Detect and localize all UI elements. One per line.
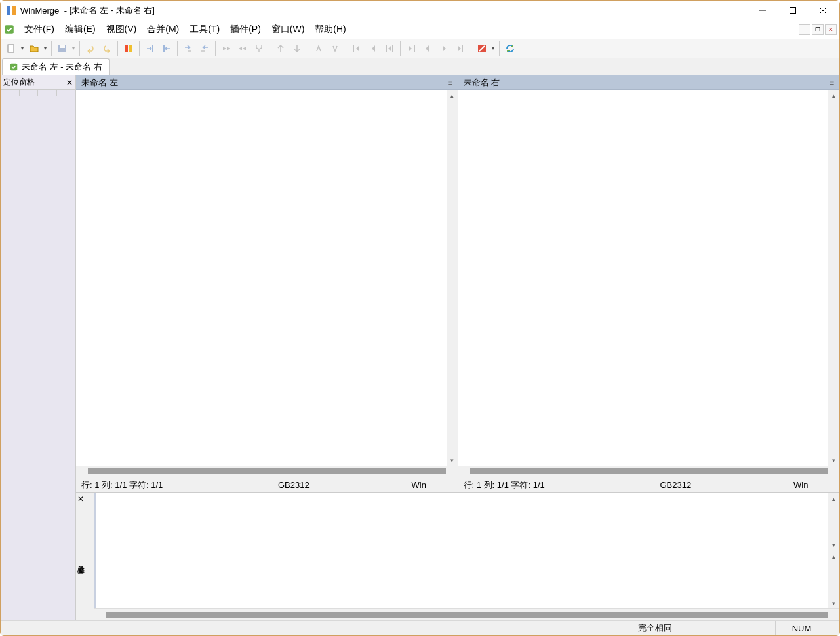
left-status-encoding[interactable]: GB2312 (273, 480, 371, 490)
left-hscroll[interactable] (76, 466, 458, 477)
menu-window[interactable]: 窗口(W) (266, 22, 310, 37)
status-msg (1, 621, 250, 635)
left-file-pane: 未命名 左 ≡ ▴▾ 行: 1 列: 1/1 字符: 1/1 GB2312 Wi… (76, 75, 458, 492)
mdi-doc-icon (3, 24, 15, 35)
save-button[interactable] (54, 41, 77, 56)
document-tab[interactable]: 未命名 左 - 未命名 右 (2, 58, 110, 75)
menu-edit[interactable]: 编辑(E) (60, 22, 101, 37)
minimize-button[interactable] (748, 1, 778, 20)
doctab-bar: 未命名 左 - 未命名 右 (1, 58, 839, 75)
go-prev-diff-button[interactable] (365, 41, 381, 56)
svg-rect-3 (790, 8, 796, 14)
redo-button[interactable] (99, 41, 115, 56)
right-hscroll[interactable] (458, 466, 840, 477)
right-status-encoding[interactable]: GB2312 (655, 480, 753, 490)
left-status-eol[interactable]: Win (407, 480, 446, 490)
maximize-button[interactable] (778, 1, 808, 20)
copy-right-advance-button[interactable] (180, 41, 196, 56)
prev-diff-button[interactable] (273, 41, 289, 56)
mdi-restore-button[interactable]: ❐ (812, 24, 824, 35)
undo-button[interactable] (83, 41, 98, 56)
prev-conflict-button[interactable] (311, 41, 327, 56)
mdi-close-button[interactable]: ✕ (825, 24, 837, 35)
left-editor[interactable] (76, 90, 458, 466)
go-left-button[interactable] (420, 41, 435, 56)
title-doc: - (62, 6, 70, 16)
copy-left-button[interactable] (159, 41, 174, 56)
right-status-position: 行: 1 列: 1/1 字符: 1/1 (458, 479, 655, 491)
right-editor[interactable] (458, 90, 840, 466)
left-file-title: 未命名 左 (81, 77, 118, 89)
doctab-label: 未命名 左 - 未命名 右 (22, 61, 102, 73)
first-diff-button[interactable] (349, 41, 365, 56)
right-file-title: 未命名 右 (464, 77, 500, 89)
right-status-eol[interactable]: Win (788, 480, 828, 490)
main-area: 定位窗格 ✕ 未命名 左 ≡ ▴▾ (1, 75, 839, 620)
close-button[interactable] (808, 1, 838, 20)
location-pane-marks (1, 90, 75, 96)
diff-settings-button[interactable] (121, 41, 136, 56)
status-num: NUM (775, 621, 828, 635)
location-pane-title: 定位窗格 (3, 77, 35, 88)
mdi-minimize-button[interactable]: – (799, 24, 810, 35)
open-button[interactable] (26, 41, 49, 56)
svg-rect-11 (129, 45, 132, 52)
svg-rect-17 (414, 45, 415, 52)
refresh-button[interactable] (502, 41, 518, 56)
diff-hscroll[interactable] (94, 609, 839, 620)
next-conflict-button[interactable] (327, 41, 343, 56)
svg-rect-12 (152, 45, 153, 52)
diff-detail-pane: ✕ 差异窗格 ▴▾ ▴▾ (76, 492, 839, 620)
svg-rect-10 (125, 45, 128, 52)
auto-merge-button[interactable] (251, 41, 267, 56)
title-docname: [未命名 左 - 未命名 右] (70, 5, 155, 16)
svg-rect-1 (12, 6, 16, 15)
left-vscroll[interactable]: ▴▾ (447, 90, 458, 466)
menu-help[interactable]: 帮助(H) (310, 22, 351, 37)
svg-rect-16 (392, 45, 393, 52)
menu-plugins[interactable]: 插件(P) (225, 22, 266, 37)
svg-rect-14 (353, 45, 354, 52)
svg-rect-9 (60, 45, 65, 48)
location-pane-close[interactable]: ✕ (66, 78, 73, 87)
diff-row-bottom[interactable]: ▴▾ (94, 551, 839, 610)
menu-tools[interactable]: 工具(T) (184, 22, 225, 37)
svg-rect-0 (7, 6, 10, 15)
next-diff-button[interactable] (289, 41, 305, 56)
copy-left-advance-button[interactable] (197, 41, 212, 56)
status-diff: 完全相同 (631, 621, 775, 635)
location-pane-body[interactable] (1, 96, 75, 620)
right-file-menu-icon[interactable]: ≡ (830, 78, 834, 87)
diff-pane-close[interactable]: ✕ (76, 493, 94, 505)
diff-pane-label: 差异窗格 (76, 505, 94, 620)
menu-file[interactable]: 文件(F) (19, 22, 60, 37)
right-vscroll[interactable]: ▴▾ (828, 90, 839, 466)
menubar: 文件(F) 编辑(E) 视图(V) 合并(M) 工具(T) 插件(P) 窗口(W… (1, 20, 839, 39)
right-file-pane: 未命名 右 ≡ ▴▾ 行: 1 列: 1/1 字符: 1/1 GB2312 Wi… (458, 75, 840, 492)
all-left-button[interactable] (235, 41, 250, 56)
highlight-button[interactable] (474, 41, 496, 56)
menu-view[interactable]: 视图(V) (101, 22, 142, 37)
go-right-button[interactable] (436, 41, 452, 56)
statusbar: 完全相同 NUM (1, 620, 839, 635)
copy-right-button[interactable] (142, 41, 158, 56)
svg-rect-13 (163, 45, 165, 52)
new-button[interactable] (3, 41, 26, 56)
location-pane: 定位窗格 ✕ (1, 75, 76, 620)
menu-merge[interactable]: 合并(M) (142, 22, 184, 37)
doctab-icon (9, 62, 18, 71)
titlebar: WinMerge - [未命名 左 - 未命名 右] (1, 1, 839, 20)
svg-rect-15 (386, 45, 387, 52)
current-diff-button[interactable] (382, 41, 397, 56)
app-icon (6, 5, 16, 16)
svg-rect-7 (8, 45, 14, 52)
left-status-position: 行: 1 列: 1/1 字符: 1/1 (76, 479, 273, 491)
app-window: WinMerge - [未命名 左 - 未命名 右] 文件(F) 编辑(E) 视… (0, 0, 840, 636)
title-app: WinMerge (20, 6, 59, 16)
left-file-menu-icon[interactable]: ≡ (447, 78, 452, 87)
svg-rect-18 (462, 45, 463, 52)
last-diff-button[interactable] (403, 41, 419, 56)
all-right-button[interactable] (218, 41, 234, 56)
diff-row-top[interactable]: ▴▾ (94, 493, 839, 551)
go-last-button[interactable] (452, 41, 468, 56)
